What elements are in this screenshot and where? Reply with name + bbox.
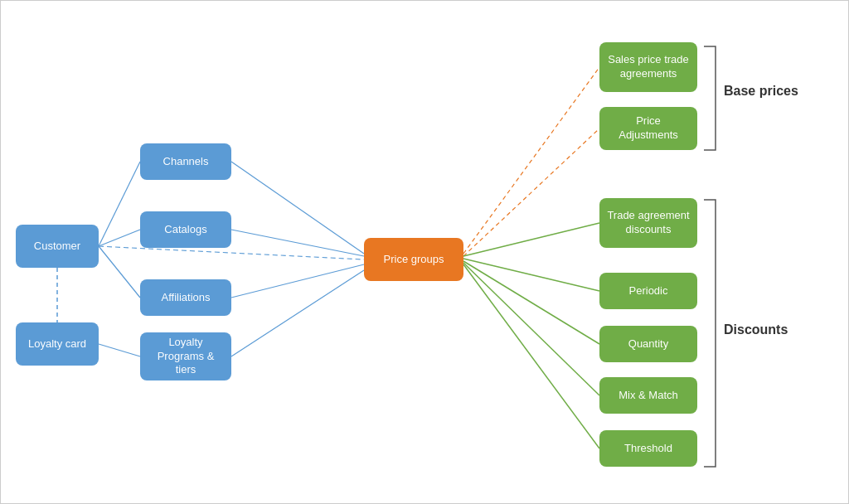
svg-line-14 <box>463 261 599 344</box>
catalogs-node: Catalogs <box>140 211 231 248</box>
svg-line-13 <box>463 259 599 291</box>
sales-price-trade-node: Sales price trade agreements <box>599 42 697 92</box>
loyalty-programs-node: Loyalty Programs & tiers <box>140 332 231 380</box>
svg-line-4 <box>99 246 364 259</box>
loyalty-card-node: Loyalty card <box>16 322 99 366</box>
svg-line-8 <box>231 264 364 298</box>
svg-line-9 <box>231 270 364 356</box>
svg-line-10 <box>463 67 599 254</box>
svg-line-5 <box>99 344 140 356</box>
svg-line-11 <box>463 128 599 256</box>
price-groups-node: Price groups <box>364 238 463 281</box>
svg-line-16 <box>463 264 599 448</box>
svg-line-2 <box>99 230 140 246</box>
price-adjustments-node: Price Adjustments <box>599 107 697 150</box>
threshold-node: Threshold <box>599 430 697 467</box>
trade-agreement-discounts-node: Trade agreement discounts <box>599 198 697 248</box>
svg-line-15 <box>463 263 599 395</box>
quantity-node: Quantity <box>599 326 697 362</box>
periodic-node: Periodic <box>599 273 697 309</box>
base-prices-label: Base prices <box>724 84 798 99</box>
mix-match-node: Mix & Match <box>599 377 697 414</box>
svg-line-6 <box>231 162 364 254</box>
svg-line-12 <box>463 223 599 256</box>
discounts-label: Discounts <box>724 322 788 337</box>
diagram-container: Customer Loyalty card Channels Catalogs … <box>0 0 849 504</box>
channels-node: Channels <box>140 143 231 180</box>
customer-node: Customer <box>16 225 99 268</box>
svg-line-3 <box>99 246 140 298</box>
svg-line-7 <box>231 230 364 256</box>
affiliations-node: Affiliations <box>140 279 231 316</box>
svg-line-1 <box>99 162 140 246</box>
